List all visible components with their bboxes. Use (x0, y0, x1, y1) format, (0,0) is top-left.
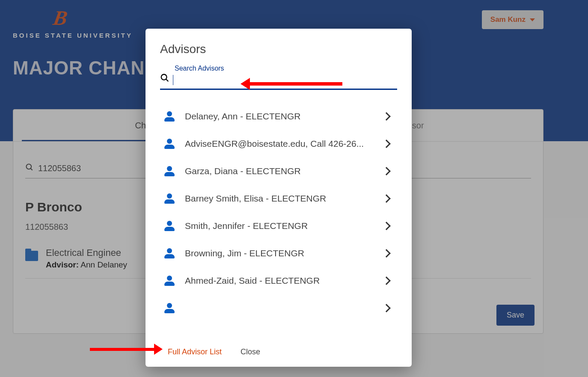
svg-line-3 (166, 79, 169, 82)
chevron-right-icon (382, 167, 391, 175)
advisor-item-label: Garza, Diana - ELECTENGR (185, 166, 373, 176)
advisor-item[interactable]: Garza, Diana - ELECTENGR (160, 157, 397, 185)
advisor-item-label: AdviseENGR@boisestate.edu, Call 426-26..… (185, 139, 373, 149)
close-button[interactable]: Close (241, 347, 260, 356)
text-cursor (173, 75, 173, 85)
advisor-list[interactable]: Delaney, Ann - ELECTENGRAdviseENGR@boise… (160, 103, 403, 338)
person-icon (164, 276, 175, 286)
chevron-right-icon (382, 140, 391, 148)
advisor-item[interactable]: Smith, Jennifer - ELECTENGR (160, 212, 397, 240)
advisor-item[interactable]: Barney Smith, Elisa - ELECTENGR (160, 185, 397, 212)
advisor-item[interactable]: Browning, Jim - ELECTENGR (160, 240, 397, 267)
chevron-right-icon (382, 194, 391, 203)
annotation-arrow-full-list (90, 348, 155, 351)
advisor-item[interactable]: Delaney, Ann - ELECTENGR (160, 103, 397, 130)
chevron-right-icon (382, 112, 391, 121)
chevron-right-icon (382, 222, 391, 230)
modal-title: Advisors (146, 42, 412, 65)
advisors-modal: Advisors Search Advisors Delaney, Ann - … (146, 29, 412, 367)
advisor-item[interactable]: Ahmed-Zaid, Said - ELECTENGR (160, 267, 397, 294)
advisor-item-label: Smith, Jennifer - ELECTENGR (185, 221, 373, 231)
advisor-item-label: Ahmed-Zaid, Said - ELECTENGR (185, 276, 373, 286)
chevron-right-icon (382, 276, 391, 285)
modal-search-wrap: Search Advisors (146, 65, 412, 90)
search-icon (160, 73, 169, 85)
advisor-item-label: Delaney, Ann - ELECTENGR (185, 111, 373, 122)
advisor-item-label: Barney Smith, Elisa - ELECTENGR (185, 193, 373, 204)
person-icon (164, 139, 175, 149)
modal-footer: Full Advisor List Close (146, 338, 412, 367)
advisor-item[interactable]: AdviseENGR@boisestate.edu, Call 426-26..… (160, 130, 397, 157)
advisor-item-label: Browning, Jim - ELECTENGR (185, 248, 373, 258)
advisor-item[interactable] (160, 294, 397, 322)
annotation-arrow-search (248, 82, 342, 86)
person-icon (164, 166, 175, 176)
svg-point-2 (161, 74, 167, 80)
person-icon (164, 193, 175, 204)
person-icon (164, 221, 175, 231)
person-icon (164, 248, 175, 258)
full-advisor-list-link[interactable]: Full Advisor List (168, 347, 222, 356)
person-icon (164, 303, 175, 313)
person-icon (164, 111, 175, 122)
chevron-right-icon (382, 304, 391, 312)
modal-search-label: Search Advisors (175, 65, 224, 72)
chevron-right-icon (382, 249, 391, 258)
